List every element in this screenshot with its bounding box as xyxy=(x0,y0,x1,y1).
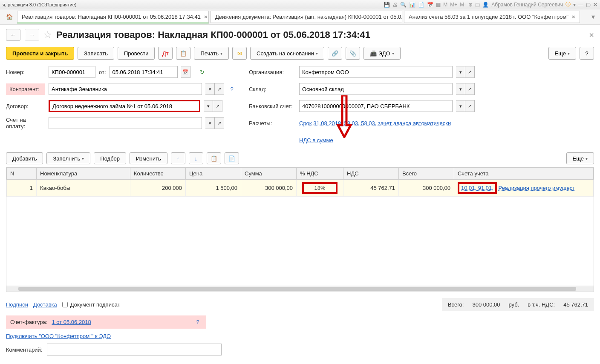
accounts-link[interactable]: 10.01, 91.01, xyxy=(461,185,493,191)
report-icon[interactable]: 📄 xyxy=(418,2,424,8)
help-button[interactable]: ? xyxy=(580,47,594,60)
report-icon[interactable]: 📋 xyxy=(176,47,190,60)
number-input[interactable] xyxy=(49,66,95,78)
star-icon[interactable]: ☆ xyxy=(43,29,52,40)
sf-link[interactable]: 1 от 05.06.2018 xyxy=(52,319,91,325)
cell-sum[interactable]: 300 000,00 xyxy=(241,180,297,197)
menu-icon[interactable]: ▾ xyxy=(573,2,576,8)
col-nomen[interactable]: Номенклатура xyxy=(37,168,130,180)
tab-close-icon[interactable]: × xyxy=(204,14,208,20)
post-button[interactable]: Провести xyxy=(118,47,155,60)
cell-total[interactable]: 300 000,00 xyxy=(399,180,454,197)
date-input[interactable] xyxy=(110,66,178,78)
paste-icon[interactable]: 📄 xyxy=(225,152,239,164)
accounts-extra[interactable]: Реализация прочего имущест xyxy=(499,185,575,191)
connect-edo-link[interactable]: Подключить "ООО "Конфетпром"" к ЭДО xyxy=(6,333,111,339)
save-icon[interactable]: 💾 xyxy=(384,2,390,8)
cell-qty[interactable]: 200,000 xyxy=(130,180,186,197)
delivery-link[interactable]: Доставка xyxy=(33,301,57,308)
print-icon[interactable]: 🖨 xyxy=(392,2,398,8)
maximize-icon[interactable]: ▢ xyxy=(586,2,591,8)
dropdown-icon[interactable]: ▾ xyxy=(204,100,213,112)
invoice-input[interactable] xyxy=(49,117,202,129)
tab-nav-icon[interactable]: ▾ xyxy=(590,13,597,21)
forward-button[interactable]: → xyxy=(25,29,39,41)
doc-signed-checkbox[interactable]: Документ подписан xyxy=(62,301,121,308)
size-mminus-icon[interactable]: M- xyxy=(460,2,466,8)
dropdown-icon[interactable]: ▾ xyxy=(205,83,215,95)
col-accounts[interactable]: Счета учета xyxy=(454,168,594,180)
back-button[interactable]: ← xyxy=(6,29,20,41)
size-mplus-icon[interactable]: M+ xyxy=(450,2,457,8)
open-icon[interactable]: ↗ xyxy=(465,66,475,78)
signatures-link[interactable]: Подписи xyxy=(6,301,28,308)
open-icon[interactable]: ↗ xyxy=(465,100,475,112)
col-vatpct[interactable]: % НДС xyxy=(297,168,343,180)
structure-icon[interactable]: Дт xyxy=(158,47,173,60)
cell-n[interactable]: 1 xyxy=(7,180,37,197)
col-vat[interactable]: НДС xyxy=(343,168,399,180)
save-button[interactable]: Записать xyxy=(78,47,114,60)
search-icon[interactable]: 🔍 xyxy=(400,2,407,8)
contractor-input[interactable] xyxy=(49,83,202,95)
more-button[interactable]: Еще xyxy=(548,47,576,60)
col-n[interactable]: N xyxy=(7,168,37,180)
create-based-button[interactable]: Создать на основании xyxy=(250,47,324,60)
vat-link[interactable]: НДС в сумме xyxy=(299,137,333,143)
calendar-icon[interactable]: 📅 xyxy=(181,66,190,78)
refresh-icon[interactable]: ↻ xyxy=(200,69,205,75)
dropdown-icon[interactable]: ▾ xyxy=(456,100,465,112)
move-up-icon[interactable]: ↑ xyxy=(171,152,185,164)
calendar-icon[interactable]: 📅 xyxy=(427,2,433,8)
add-button[interactable]: Добавить xyxy=(6,152,43,164)
settle-link[interactable]: Срок 31.08.2018, 58.03, 58.03, зачет ава… xyxy=(299,120,451,126)
open-icon[interactable]: ↗ xyxy=(215,117,224,129)
sf-help-icon[interactable]: ? xyxy=(193,319,202,325)
move-down-icon[interactable]: ↓ xyxy=(189,152,203,164)
window-icon[interactable]: ▢ xyxy=(475,2,480,8)
col-sum[interactable]: Сумма xyxy=(241,168,297,180)
open-icon[interactable]: ↗ xyxy=(215,83,224,95)
help-icon[interactable]: ? xyxy=(228,86,236,92)
close-icon[interactable]: ✕ xyxy=(593,2,597,8)
horizontal-scrollbar[interactable] xyxy=(6,286,594,292)
org-input[interactable] xyxy=(299,66,453,78)
print-button[interactable]: Печать xyxy=(194,47,229,60)
dropdown-icon[interactable]: ▾ xyxy=(205,117,215,129)
dropdown-icon[interactable]: ▾ xyxy=(456,83,465,95)
select-button[interactable]: Подбор xyxy=(94,152,126,164)
change-button[interactable]: Изменить xyxy=(130,152,167,164)
grid-icon[interactable]: ▦ xyxy=(436,2,441,8)
cell-accounts[interactable]: 10.01, 91.01, Реализация прочего имущест xyxy=(454,180,594,197)
zoom-in-icon[interactable]: ⊕ xyxy=(468,2,473,8)
edo-button[interactable]: 📠 ЭДО xyxy=(363,47,401,60)
comment-input[interactable] xyxy=(47,344,222,355)
col-qty[interactable]: Количество xyxy=(130,168,186,180)
table-more-button[interactable]: Еще xyxy=(566,152,594,164)
fill-button[interactable]: Заполнить xyxy=(46,152,90,164)
home-icon[interactable]: 🏠 xyxy=(3,11,15,23)
doc-signed-input[interactable] xyxy=(62,302,68,307)
post-close-button[interactable]: Провести и закрыть xyxy=(6,47,74,60)
cell-vat[interactable]: 45 762,71 xyxy=(343,180,399,197)
bank-input[interactable] xyxy=(299,100,453,112)
open-icon[interactable]: ↗ xyxy=(465,83,475,95)
open-icon[interactable]: ↗ xyxy=(213,100,222,112)
tab-1[interactable]: Движения документа: Реализация (акт, нак… xyxy=(211,11,402,23)
tab-close-icon[interactable]: × xyxy=(572,14,575,20)
cell-price[interactable]: 1 500,00 xyxy=(186,180,241,197)
page-close-icon[interactable]: × xyxy=(589,30,594,40)
calc-icon[interactable]: 📊 xyxy=(409,2,415,8)
dropdown-icon[interactable]: ▾ xyxy=(456,66,465,78)
cell-vatpct[interactable]: 18% xyxy=(297,180,343,197)
attach-icon[interactable]: 📎 xyxy=(346,47,360,60)
info-icon[interactable]: ⓘ xyxy=(565,1,571,8)
col-total[interactable]: Всего xyxy=(399,168,454,180)
tab-2[interactable]: Анализ счета 58.03 за 1 полугодие 2018 г… xyxy=(404,11,580,23)
tab-0[interactable]: Реализация товаров: Накладная КП00-00000… xyxy=(17,11,209,23)
cell-nomen[interactable]: Какао-бобы xyxy=(37,180,130,197)
table-row[interactable]: 1 Какао-бобы 200,000 1 500,00 300 000,00… xyxy=(7,180,594,197)
user-name[interactable]: Абрамов Геннадий Сергеевич xyxy=(491,2,563,8)
mail-icon[interactable]: ✉ xyxy=(232,47,247,60)
col-price[interactable]: Цена xyxy=(186,168,241,180)
